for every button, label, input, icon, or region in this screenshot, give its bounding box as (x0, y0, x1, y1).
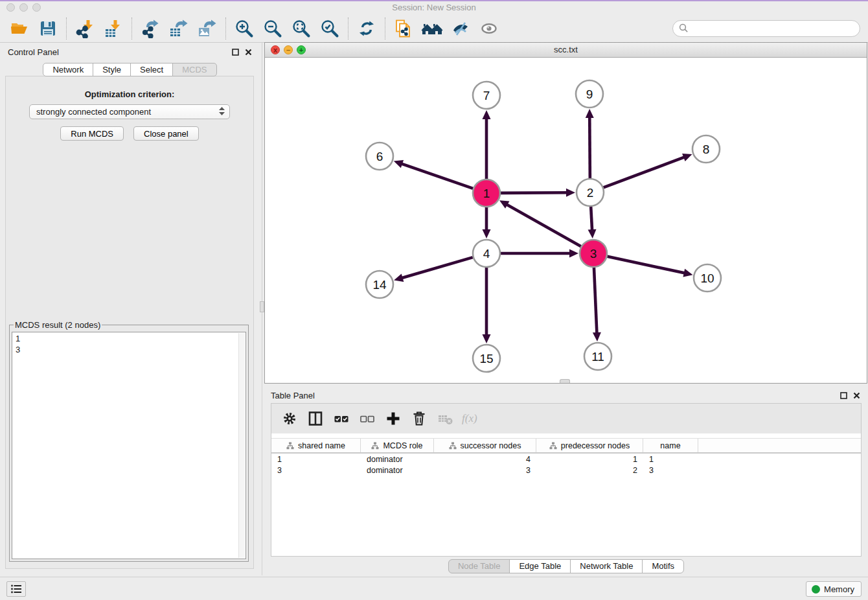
toolbar-separator (66, 17, 67, 40)
table-row[interactable]: 1dominator411 (271, 454, 861, 465)
graph-node-6[interactable]: 6 (366, 143, 393, 170)
delete-table-icon[interactable] (433, 408, 457, 429)
graph-edge-3-1[interactable] (499, 200, 581, 246)
column-settings-icon[interactable] (278, 408, 301, 429)
graph-edge-2-9[interactable] (586, 109, 594, 178)
tab-select[interactable]: Select (130, 63, 173, 76)
table-cell[interactable]: 1 (271, 454, 361, 465)
eye-icon[interactable] (475, 16, 503, 41)
toolbar-separator (385, 17, 385, 40)
column-header-successor-nodes[interactable]: successor nodes (434, 439, 536, 452)
zoom-out-icon[interactable] (258, 16, 287, 41)
graph-edge-1-4[interactable] (483, 207, 491, 238)
tab-network-table[interactable]: Network Table (570, 559, 643, 573)
export-table-icon[interactable] (165, 16, 193, 41)
table-panel-tabs: Node TableEdge TableNetwork TableMotifs (264, 559, 868, 573)
save-session-icon[interactable] (34, 16, 62, 41)
result-scrollbar[interactable] (238, 333, 245, 558)
export-image-icon[interactable] (193, 16, 222, 41)
column-header-MCDS-role[interactable]: MCDS role (361, 439, 434, 452)
graph-node-11[interactable]: 11 (584, 343, 611, 370)
graph-node-8[interactable]: 8 (692, 135, 720, 163)
graph-edge-2-8[interactable] (604, 154, 692, 187)
tab-network[interactable]: Network (43, 63, 93, 76)
tab-motifs[interactable]: Motifs (642, 559, 684, 573)
mcds-result-line: 1 (16, 334, 242, 345)
zoom-in-icon[interactable] (230, 16, 258, 41)
close-panel-button[interactable]: Close panel (133, 126, 199, 141)
import-table-icon[interactable] (99, 16, 128, 41)
graph-edge-4-3[interactable] (501, 249, 578, 258)
canvas-resize-handle[interactable] (560, 379, 570, 383)
table-cell[interactable]: 4 (434, 454, 536, 465)
table-cell[interactable]: 2 (536, 465, 643, 476)
task-history-button[interactable] (6, 581, 26, 597)
column-header-predecessor-nodes[interactable]: predecessor nodes (536, 439, 643, 452)
graph-edge-4-15[interactable] (483, 268, 491, 343)
node-table-container: f(x) shared nameMCDS rolesuccessor nodes… (271, 403, 862, 557)
zoom-selected-icon[interactable] (315, 16, 344, 41)
table-cell[interactable]: 3 (271, 465, 361, 476)
column-header-name[interactable]: name (643, 439, 698, 452)
table-cell[interactable]: 1 (536, 454, 643, 465)
add-column-icon[interactable] (382, 408, 405, 429)
optimization-select[interactable]: strongly connected component (29, 104, 230, 119)
graph-node-4[interactable]: 4 (473, 240, 500, 267)
open-session-icon[interactable] (5, 16, 34, 41)
graph-edge-2-3[interactable] (588, 207, 597, 238)
table-cell[interactable]: dominator (361, 465, 434, 476)
graph-edge-1-2[interactable] (501, 189, 575, 197)
import-network-icon[interactable] (71, 16, 99, 41)
mcds-result-text[interactable]: 13 (12, 332, 246, 559)
graph-edge-1-7[interactable] (483, 110, 491, 179)
tab-style[interactable]: Style (93, 63, 131, 76)
close-table-panel-icon[interactable] (853, 392, 860, 399)
table-cell[interactable]: 3 (434, 465, 536, 476)
column-header-shared-name[interactable]: shared name (271, 439, 361, 452)
table-cell[interactable]: 3 (643, 465, 698, 476)
graph-node-10[interactable]: 10 (694, 264, 721, 292)
float-table-panel-icon[interactable] (840, 392, 847, 399)
apply-layout-icon[interactable] (352, 16, 381, 41)
graph-edge-3-11[interactable] (593, 268, 601, 341)
panel-splitter[interactable] (260, 43, 264, 575)
network-from-selection-icon[interactable] (389, 16, 418, 41)
float-panel-icon[interactable] (232, 49, 239, 56)
run-mcds-button[interactable]: Run MCDS (60, 126, 124, 141)
svg-text:8: 8 (703, 143, 710, 156)
mcds-result-line: 3 (16, 345, 242, 356)
table-cell[interactable]: 1 (643, 454, 698, 465)
graph-node-2[interactable]: 2 (577, 179, 604, 206)
graph-node-7[interactable]: 7 (473, 82, 500, 109)
search-box[interactable] (672, 20, 860, 37)
svg-text:9: 9 (586, 87, 593, 101)
zoom-fit-icon[interactable] (287, 16, 315, 41)
eye-slash-icon[interactable] (446, 16, 475, 41)
graph-edge-1-6[interactable] (394, 160, 473, 189)
close-panel-icon[interactable] (245, 49, 252, 56)
tab-node-table[interactable]: Node Table (448, 559, 510, 573)
graph-node-14[interactable]: 14 (366, 271, 393, 298)
delete-column-icon[interactable] (407, 408, 431, 429)
network-home-icon[interactable] (418, 16, 446, 41)
graph-node-9[interactable]: 9 (576, 80, 603, 108)
graph-node-15[interactable]: 15 (473, 345, 500, 372)
search-input[interactable] (692, 23, 854, 33)
table-row[interactable]: 3dominator323 (271, 465, 861, 476)
graph-edge-3-10[interactable] (608, 257, 693, 277)
memory-button[interactable]: Memory (806, 581, 862, 597)
tab-edge-table[interactable]: Edge Table (509, 559, 571, 573)
export-network-icon[interactable] (136, 16, 165, 41)
function-builder-button[interactable]: f(x) (462, 412, 477, 425)
graph-node-1[interactable]: 1 (473, 179, 500, 207)
network-view-window: x – + scc.txt 7968124314101511 (264, 42, 867, 384)
table-cell[interactable]: dominator (361, 454, 434, 465)
deselect-all-icon[interactable] (356, 408, 379, 429)
table-mode-icon[interactable] (304, 408, 327, 429)
graph-node-3[interactable]: 3 (580, 240, 607, 267)
network-canvas[interactable]: 7968124314101511 (265, 58, 867, 383)
select-all-icon[interactable] (330, 408, 353, 429)
tab-mcds[interactable]: MCDS (172, 63, 216, 76)
graph-edge-4-14[interactable] (394, 257, 473, 282)
splitter-grip-icon[interactable] (260, 301, 264, 312)
